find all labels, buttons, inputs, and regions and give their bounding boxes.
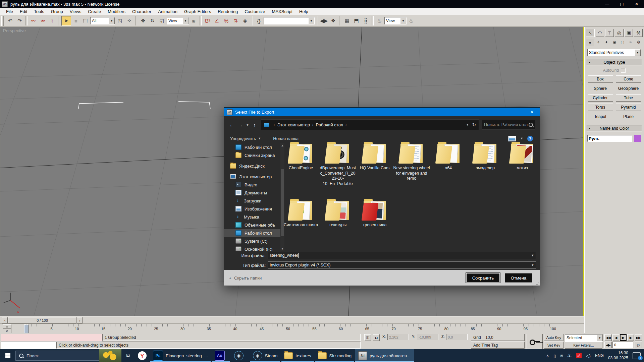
maximize-icon[interactable]: ▢ (614, 0, 629, 8)
scroll-down-icon[interactable]: ▼ (280, 247, 284, 250)
primitive-button[interactable]: Teapot (588, 113, 613, 120)
folder-item[interactable]: Системная шняга (282, 200, 319, 228)
chevron-down-icon[interactable]: ▼ (308, 17, 314, 24)
breadcrumb[interactable]: › Этот компьютер › Рабочий стол › ▼ ↻ (261, 119, 479, 130)
move-icon[interactable]: ✥ (139, 16, 148, 25)
sidebar-item[interactable]: Загрузки (224, 197, 280, 205)
dialog-close-icon[interactable]: ✕ (525, 108, 540, 116)
named-selection-icon[interactable]: {} (254, 16, 263, 25)
folder-item[interactable]: тревел нива (356, 200, 393, 228)
primitive-button[interactable]: Tube (616, 94, 641, 102)
menu-item[interactable]: Help (296, 9, 312, 14)
object-name-input[interactable]: Руль (587, 135, 632, 142)
search-input[interactable]: Поиск в: Рабочий стол (482, 120, 535, 130)
folder-item[interactable]: CheatEngine (282, 143, 319, 187)
bind-spacewarp-icon[interactable]: ⌇ (48, 16, 57, 25)
primitive-category-dropdown[interactable]: Standard Primitives ▼ (587, 49, 641, 56)
task-view-icon[interactable]: ⧉ (121, 349, 135, 362)
sidebar-item[interactable]: Объемные объ (224, 221, 280, 229)
sidebar-item[interactable]: Музыка (224, 213, 280, 221)
use-center-icon[interactable]: ⧈ (189, 16, 198, 25)
previous-frame-icon[interactable]: ◀ (612, 334, 619, 341)
align-icon[interactable]: ❖ (329, 16, 338, 25)
sidebar-item[interactable]: Изображения (224, 205, 280, 213)
geometry-icon[interactable]: ● (586, 39, 594, 46)
cameras-icon[interactable]: ◉ (611, 39, 618, 46)
clock[interactable]: 16:30 03.08.2025 (608, 351, 628, 361)
auto-key-button[interactable]: Auto Key (544, 334, 564, 341)
taskbar-task[interactable]: Slrr moding (315, 349, 355, 362)
breadcrumb-computer[interactable]: Этот компьютер (277, 122, 310, 127)
taskbar-task[interactable]: ◉ (231, 349, 250, 362)
cancel-button[interactable]: Отмена (505, 273, 532, 283)
maxscript-listener-white[interactable] (1, 342, 56, 349)
viewport-label[interactable]: Perspective (3, 28, 26, 33)
absolute-offset-icon[interactable]: ◘ (373, 334, 380, 341)
sidebar-item[interactable]: Основной (F:) (224, 245, 280, 251)
time-slider-thumb[interactable] (24, 324, 29, 333)
menu-item[interactable]: Modifiers (104, 9, 129, 14)
folder-item[interactable]: x64 (430, 143, 467, 187)
sidebar-item[interactable]: System (C:) (224, 237, 280, 245)
current-frame-field[interactable]: 0 (612, 342, 633, 348)
lights-icon[interactable]: ✦ (603, 39, 610, 46)
named-selection-dropdown[interactable]: ▼ (264, 17, 315, 24)
address-dropdown-icon[interactable]: ▼ (466, 123, 469, 126)
back-icon[interactable]: ← (227, 122, 236, 128)
edit-keyboard-shortcut-icon[interactable]: ◈ (240, 16, 250, 25)
menu-item[interactable]: Animation (155, 9, 181, 14)
primitive-button[interactable]: Sphere (588, 85, 613, 92)
close-icon[interactable]: ✕ (629, 0, 644, 8)
y-field[interactable]: -10,809 (417, 334, 438, 340)
phone-link-icon[interactable]: ▯ (553, 353, 556, 358)
folder-item[interactable]: dBpoweramp_Music_Converter_R_2023-10-10_… (319, 143, 356, 187)
spinner-snap-icon[interactable]: ⇅ (231, 16, 240, 25)
menu-item[interactable]: Rendering (214, 9, 241, 14)
maxscript-listener-pink[interactable] (1, 334, 102, 342)
autogrid-checkbox[interactable] (621, 68, 626, 73)
forward-icon[interactable]: → (236, 122, 245, 128)
network-icon[interactable]: 🖧 (568, 353, 572, 358)
minimize-icon[interactable]: — (600, 0, 614, 8)
select-by-name-icon[interactable]: ≡ (71, 16, 80, 25)
search-icon[interactable] (529, 123, 533, 127)
play-icon[interactable]: ▶ (620, 334, 627, 341)
z-field[interactable]: 0,0 (446, 334, 468, 340)
taskbar-task[interactable]: Ps Einvagen_steering_... (150, 349, 211, 362)
spacewarps-icon[interactable]: ≈ (627, 39, 634, 46)
chevron-down-icon[interactable]: ▼ (400, 17, 406, 24)
select-object-icon[interactable]: ➤ (61, 16, 71, 26)
unlink-icon[interactable]: ⚮ (38, 16, 47, 25)
dialog-titlebar[interactable]: 3d Select File to Export ✕ (224, 108, 540, 116)
recent-locations-icon[interactable]: ▼ (245, 123, 250, 127)
set-key-button[interactable]: Set Key (544, 342, 564, 349)
object-type-rollout[interactable]: - Object Type (587, 59, 642, 65)
create-tab-icon[interactable]: ↖ (586, 29, 595, 37)
breadcrumb-desktop[interactable]: Рабочий стол (316, 122, 343, 127)
schematic-view-icon[interactable]: ⬒ (352, 16, 361, 25)
folder-item[interactable]: HQ Vanilla Cars (356, 143, 393, 187)
x-field[interactable]: 2,202 (387, 334, 409, 340)
mirror-icon[interactable]: ◀▶ (319, 16, 328, 25)
weather-widget[interactable] (99, 349, 121, 362)
rotate-icon[interactable]: ↻ (148, 16, 157, 25)
folder-item[interactable]: New steering wheel for einvagen and remo (393, 143, 430, 187)
go-to-start-icon[interactable]: ◀◀ (604, 334, 612, 341)
notification-icon[interactable]: 1 (633, 352, 641, 359)
menu-item[interactable]: Views (66, 9, 85, 14)
material-editor-icon[interactable]: ⣿ (361, 16, 370, 25)
collapse-icon[interactable]: - (587, 126, 592, 131)
chevron-down-icon[interactable]: ▼ (530, 254, 536, 257)
menu-item[interactable]: Graph Editors (181, 9, 214, 14)
sidebar-item[interactable]: Рабочий стол (224, 143, 280, 151)
save-button[interactable]: Сохранить (466, 273, 500, 283)
set-keys-button[interactable] (527, 334, 543, 349)
key-mode-icon[interactable]: ◀▶ (604, 342, 612, 348)
display-tab-icon[interactable]: ▣ (625, 29, 633, 37)
yandex-browser-icon[interactable]: Y (135, 349, 150, 362)
chevron-down-icon[interactable]: ▼ (109, 17, 115, 24)
primitive-button[interactable]: Cone (616, 75, 641, 83)
render-type-dropdown[interactable]: View ▼ (384, 17, 407, 24)
object-color-swatch[interactable] (634, 135, 641, 142)
systems-icon[interactable]: ⚙ (635, 39, 642, 46)
